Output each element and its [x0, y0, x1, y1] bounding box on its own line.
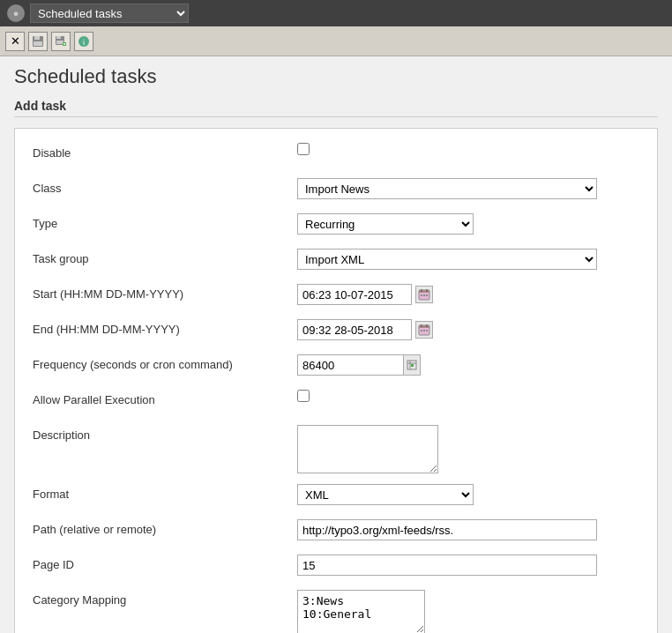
svg-rect-17 [423, 294, 425, 296]
module-dropdown[interactable]: Scheduled tasks [30, 4, 189, 23]
disable-row: Disable [33, 143, 639, 168]
save-new-button[interactable] [51, 32, 71, 51]
disable-checkbox[interactable] [297, 143, 310, 155]
svg-text:i: i [83, 38, 85, 47]
task-group-label: Task group [33, 249, 297, 265]
toolbar: ✕ i [0, 26, 672, 56]
type-row: Type Recurring [33, 213, 639, 238]
top-bar: ● Scheduled tasks [0, 0, 672, 26]
svg-rect-8 [63, 43, 65, 44]
end-label: End (HH:MM DD-MM-YYYY) [33, 319, 297, 336]
page-content: Scheduled tasks Add task Disable Class I… [0, 56, 672, 633]
class-label: Class [33, 178, 297, 195]
type-select[interactable]: Recurring [297, 213, 474, 235]
frequency-control [297, 354, 639, 376]
svg-rect-5 [56, 41, 63, 44]
end-calendar-button[interactable] [415, 321, 433, 339]
task-group-row: Task group Import XML [33, 249, 639, 273]
type-control: Recurring [297, 213, 639, 235]
svg-rect-1 [34, 36, 40, 40]
frequency-label: Frequency (seconds or cron command) [33, 354, 297, 371]
description-label: Description [33, 425, 297, 442]
class-row: Class Import News [33, 178, 639, 203]
svg-rect-21 [419, 325, 429, 328]
start-calendar-button[interactable] [415, 286, 433, 303]
category-row: Category Mapping 3:News 10:General [33, 590, 639, 633]
category-control: 3:News 10:General [297, 590, 639, 633]
svg-rect-18 [426, 294, 428, 296]
type-label: Type [33, 213, 297, 230]
category-label: Category Mapping [33, 590, 297, 607]
description-row: Description [33, 425, 639, 473]
format-label: Format [33, 484, 297, 501]
svg-rect-4 [56, 36, 61, 39]
format-select[interactable]: XML [297, 484, 474, 505]
path-label: Path (relative or remote) [33, 519, 297, 536]
path-row: Path (relative or remote) [33, 519, 639, 544]
class-control: Import News [297, 178, 639, 199]
end-control [297, 319, 639, 340]
start-control [297, 284, 639, 305]
svg-rect-16 [421, 294, 422, 296]
class-select[interactable]: Import News [297, 178, 597, 199]
info-button[interactable]: i [74, 32, 93, 51]
disable-control [297, 143, 639, 155]
task-group-select[interactable]: Import XML [297, 249, 597, 270]
svg-rect-25 [423, 330, 425, 331]
end-input[interactable] [297, 319, 412, 340]
disable-label: Disable [33, 143, 297, 160]
pageid-control [297, 555, 639, 576]
pageid-label: Page ID [33, 555, 297, 571]
start-label: Start (HH:MM DD-MM-YYYY) [33, 284, 297, 301]
svg-rect-30 [411, 364, 414, 367]
page-title: Scheduled tasks [14, 65, 658, 88]
task-group-control: Import XML [297, 249, 639, 270]
svg-rect-2 [34, 41, 42, 46]
format-control: XML [297, 484, 639, 505]
description-control [297, 425, 639, 473]
svg-rect-13 [419, 290, 429, 293]
pageid-row: Page ID [33, 555, 639, 579]
frequency-picker-button[interactable] [403, 354, 421, 376]
parallel-row: Allow Parallel Execution [33, 390, 639, 414]
svg-rect-24 [421, 330, 422, 331]
start-row: Start (HH:MM DD-MM-YYYY) [33, 284, 639, 309]
close-button[interactable]: ✕ [5, 32, 25, 51]
frequency-wrapper [297, 354, 421, 376]
save-button[interactable] [28, 32, 48, 51]
path-control [297, 519, 639, 540]
category-textarea[interactable]: 3:News 10:General [297, 590, 425, 633]
parallel-checkbox[interactable] [297, 390, 310, 402]
format-row: Format XML [33, 484, 639, 509]
form-container: Disable Class Import News Type Recurring [14, 128, 658, 633]
start-input[interactable] [297, 284, 412, 305]
parallel-control [297, 390, 639, 402]
app-icon: ● [7, 4, 25, 22]
svg-rect-26 [426, 330, 428, 331]
parallel-label: Allow Parallel Execution [33, 390, 297, 406]
path-input[interactable] [297, 519, 597, 540]
section-title: Add task [14, 99, 658, 117]
end-row: End (HH:MM DD-MM-YYYY) [33, 319, 639, 344]
frequency-row: Frequency (seconds or cron command) [33, 354, 639, 379]
pageid-input[interactable] [297, 555, 597, 576]
description-textarea[interactable] [297, 425, 438, 473]
frequency-input[interactable] [297, 354, 403, 376]
